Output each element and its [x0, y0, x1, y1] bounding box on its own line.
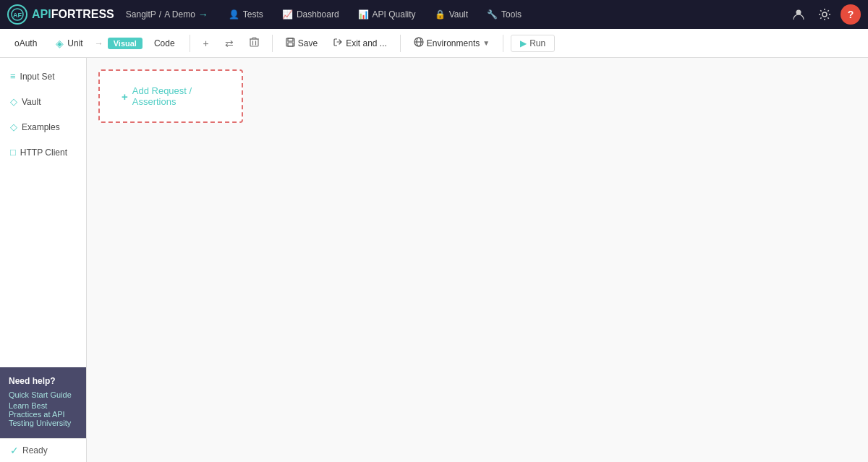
project-name: A Demo	[164, 9, 195, 20]
tab-code[interactable]: Code	[147, 35, 182, 51]
sidebar-item-http-client[interactable]: □ HTTP Client	[0, 140, 86, 165]
check-icon: ✓	[10, 445, 19, 456]
nav-items: 👤 Tests 📈 Dashboard 📊 API Quality 🔒 Vaul…	[220, 5, 788, 24]
run-icon: ▶	[520, 38, 527, 48]
nav-item-tests[interactable]: 👤 Tests	[220, 5, 272, 24]
help-button[interactable]: ?	[841, 4, 861, 25]
nav-right-actions: ?	[788, 4, 861, 25]
run-label: Run	[529, 38, 545, 48]
sidebar-item-examples[interactable]: ◇ Examples	[0, 114, 86, 140]
nav-item-vault[interactable]: 🔒 Vault	[426, 5, 477, 24]
add-request-label: Add Request / Assertions	[132, 85, 220, 107]
nav-item-dashboard[interactable]: 📈 Dashboard	[273, 5, 348, 24]
nav-item-api-quality[interactable]: 📊 API Quality	[349, 5, 425, 24]
svg-text:AF: AF	[13, 12, 22, 19]
nav-item-tools[interactable]: 🔧 Tools	[478, 5, 530, 24]
nav-forward-icon: →	[198, 9, 208, 20]
username: SangitP	[126, 9, 156, 20]
tab-unit[interactable]: ◈ Unit	[48, 35, 90, 52]
exit-icon	[333, 38, 343, 49]
toolbar-divider-3	[400, 35, 401, 52]
environments-label: Environments	[427, 38, 480, 48]
vault-nav-label: Vault	[449, 9, 468, 20]
transfer-icon: ⇄	[225, 38, 234, 49]
nav-slash: /	[159, 9, 161, 20]
sidebar-item-vault[interactable]: ◇ Vault	[0, 89, 86, 114]
sidebar-item-input-set[interactable]: ≡ Input Set	[0, 64, 86, 89]
tab-oauth[interactable]: oAuth	[7, 35, 44, 51]
editor-toolbar: oAuth ◈ Unit → Visual Code + ⇄	[0, 29, 868, 58]
status-label: Ready	[22, 445, 48, 455]
user-profile-button[interactable]	[788, 4, 809, 25]
logo: AF APIFORTRESS	[7, 4, 114, 25]
delete-button[interactable]	[244, 34, 265, 52]
input-set-label: Input Set	[20, 72, 55, 82]
plus-icon: +	[122, 90, 128, 103]
logo-icon: AF	[7, 4, 27, 25]
svg-rect-8	[288, 38, 293, 41]
main-layout: ≡ Input Set ◇ Vault ◇ Examples □ HTTP Cl…	[0, 58, 868, 462]
tools-icon: 🔧	[487, 9, 498, 20]
svg-rect-4	[250, 39, 258, 46]
settings-button[interactable]	[814, 4, 835, 25]
user-info[interactable]: SangitP / A Demo →	[126, 9, 208, 20]
examples-label: Examples	[22, 122, 60, 132]
vault-label: Vault	[22, 97, 41, 107]
unit-icon: ◈	[56, 38, 64, 49]
chevron-down-icon: ▼	[482, 39, 490, 47]
arrow-icon: →	[95, 38, 103, 48]
top-navigation: AF APIFORTRESS SangitP / A Demo → 👤 Test…	[0, 0, 868, 29]
environments-button[interactable]: Environments ▼	[408, 34, 495, 52]
add-button[interactable]: +	[197, 35, 215, 52]
run-button[interactable]: ▶ Run	[511, 35, 555, 52]
transfer-button[interactable]: ⇄	[219, 35, 239, 52]
help-title: Need help?	[9, 376, 77, 386]
examples-icon: ◇	[10, 121, 17, 132]
http-client-icon: □	[10, 147, 16, 158]
svg-rect-9	[288, 43, 293, 46]
quick-start-link[interactable]: Quick Start Guide	[9, 390, 77, 399]
toolbar-divider-1	[190, 35, 190, 52]
vault-icon: ◇	[10, 96, 17, 107]
logo-text: APIFORTRESS	[32, 8, 114, 21]
tests-label: Tests	[243, 9, 263, 20]
save-label: Save	[298, 38, 318, 48]
visual-badge[interactable]: Visual	[108, 38, 142, 49]
trash-icon	[250, 37, 259, 49]
unit-label: Unit	[67, 38, 82, 48]
dashboard-label: Dashboard	[297, 9, 339, 20]
tests-icon: 👤	[229, 9, 239, 20]
api-quality-label: API Quality	[373, 9, 416, 20]
status-bar: ✓ Ready	[0, 438, 86, 462]
api-quality-icon: 📊	[358, 9, 369, 20]
input-set-icon: ≡	[10, 71, 16, 82]
exit-label: Exit and ...	[346, 38, 387, 48]
sidebar: ≡ Input Set ◇ Vault ◇ Examples □ HTTP Cl…	[0, 58, 87, 462]
tools-label: Tools	[501, 9, 522, 20]
add-icon: +	[203, 38, 209, 49]
exit-button[interactable]: Exit and ...	[328, 35, 393, 52]
best-practices-link[interactable]: Learn Best Practices at API Testing Univ…	[9, 401, 77, 427]
save-icon	[286, 38, 295, 49]
main-content: + Add Request / Assertions	[87, 58, 868, 462]
environments-icon	[414, 37, 424, 49]
help-icon: ?	[848, 9, 854, 20]
svg-point-3	[822, 12, 827, 17]
dashboard-icon: 📈	[282, 9, 293, 20]
http-client-label: HTTP Client	[20, 147, 67, 158]
vault-nav-icon: 🔒	[435, 9, 446, 20]
save-button[interactable]: Save	[280, 35, 323, 52]
toolbar-divider-4	[503, 35, 503, 52]
add-request-button[interactable]: + Add Request / Assertions	[98, 69, 243, 123]
sidebar-help-section: Need help? Quick Start Guide Learn Best …	[0, 367, 86, 438]
toolbar-divider-2	[272, 35, 273, 52]
